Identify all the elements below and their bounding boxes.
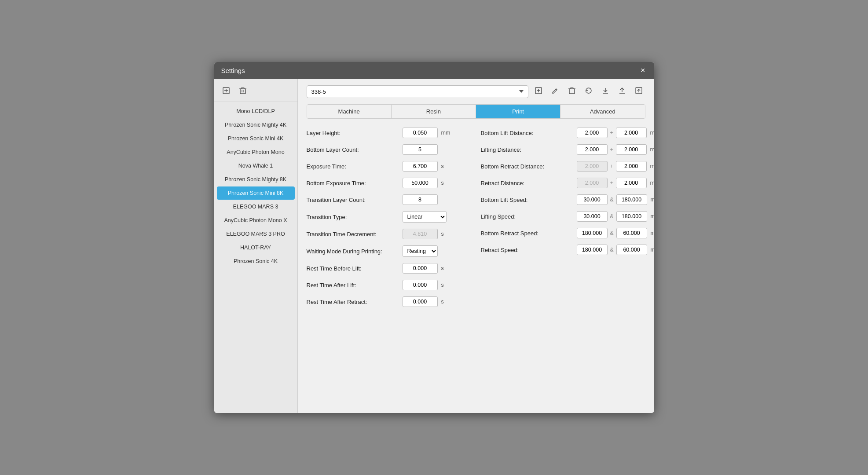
form-area: Layer Height:mmBottom Layer Count:Exposu… [307, 128, 645, 307]
dual-input-right-0: + [577, 128, 647, 138]
form-unit-left-3: s [441, 180, 463, 186]
sidebar-item-3[interactable]: AnyCubic Photon Mono [217, 146, 295, 159]
form-right-col: Bottom Lift Distance:+mmLifting Distance… [481, 128, 654, 307]
form-input2-right-6[interactable] [616, 228, 647, 238]
form-input2-right-3[interactable] [616, 178, 647, 188]
form-label-right-4: Bottom Lift Speed: [481, 197, 573, 203]
form-sep-right-1: + [609, 146, 614, 153]
form-label-right-6: Bottom Retract Speed: [481, 230, 573, 237]
form-row-left-4: Transition Layer Count: [307, 194, 463, 205]
form-sep-right-7: & [609, 247, 615, 253]
close-button[interactable]: × [639, 66, 647, 74]
form-row-left-9: Rest Time After Lift:s [307, 280, 463, 290]
form-row-left-8: Rest Time Before Lift:s [307, 263, 463, 274]
delete-top-button[interactable] [565, 85, 579, 98]
form-select-left-7[interactable]: RestingNone [403, 245, 438, 257]
add-profile-button[interactable] [221, 86, 231, 97]
sidebar-item-2[interactable]: Phrozen Sonic Mini 4K [217, 132, 295, 145]
form-sep-right-3: + [609, 180, 614, 186]
form-input2-right-4[interactable] [616, 194, 647, 205]
form-sep-right-2: + [609, 163, 614, 169]
tab-machine[interactable]: Machine [307, 105, 392, 118]
form-input1-right-6[interactable] [577, 228, 608, 238]
form-row-right-4: Bottom Lift Speed:&mm/min [481, 194, 654, 205]
form-input-left-10[interactable] [403, 296, 438, 307]
form-label-right-5: Lifting Speed: [481, 213, 573, 220]
form-row-right-0: Bottom Lift Distance:+mm [481, 128, 654, 138]
dual-input-right-3: + [577, 178, 647, 188]
form-unit-left-6: s [441, 231, 463, 237]
sidebar: Mono LCD/DLPPhrozen Sonic Mighty 4KPhroz… [214, 79, 298, 413]
form-row-left-0: Layer Height:mm [307, 128, 463, 138]
form-input-left-1[interactable] [403, 144, 438, 155]
profile-select[interactable]: 338-5 [307, 85, 528, 98]
form-input1-right-1[interactable] [577, 144, 608, 155]
form-label-left-10: Rest Time After Retract: [307, 299, 399, 305]
form-input1-right-3 [577, 178, 608, 188]
form-unit-right-2: mm [650, 163, 654, 169]
form-unit-right-3: mm [650, 180, 654, 186]
sidebar-item-9[interactable]: ELEGOO MARS 3 PRO [217, 227, 295, 241]
sidebar-item-11[interactable]: Phrozen Sonic 4K [217, 255, 295, 268]
tab-advanced[interactable]: Advanced [560, 105, 645, 118]
form-input1-right-5[interactable] [577, 211, 608, 222]
form-select-left-5[interactable]: LinearSigmoidExponential [403, 211, 447, 223]
export-button[interactable] [615, 85, 629, 98]
form-input-left-8[interactable] [403, 263, 438, 274]
form-input1-right-0[interactable] [577, 128, 608, 138]
form-label-left-7: Waiting Mode During Printing: [307, 248, 399, 255]
form-input1-right-2 [577, 161, 608, 172]
form-input-left-0[interactable] [403, 128, 438, 138]
form-row-right-1: Lifting Distance:+mm [481, 144, 654, 155]
dual-input-right-7: & [577, 245, 647, 255]
tab-bar: Machine Resin Print Advanced [307, 104, 645, 119]
form-input2-right-0[interactable] [616, 128, 647, 138]
form-input2-right-2[interactable] [616, 161, 647, 172]
form-label-left-8: Rest Time Before Lift: [307, 265, 399, 272]
title-bar: Settings × [214, 62, 654, 79]
dialog-title: Settings [221, 67, 245, 74]
sidebar-item-4[interactable]: Nova Whale 1 [217, 159, 295, 172]
sidebar-item-0[interactable]: Mono LCD/DLP [217, 105, 295, 118]
sidebar-item-5[interactable]: Phrozen Sonic Mighty 8K [217, 173, 295, 186]
form-input2-right-7[interactable] [616, 245, 647, 255]
import-button[interactable] [599, 85, 612, 98]
form-sep-right-6: & [609, 230, 615, 236]
tab-print[interactable]: Print [476, 105, 560, 118]
form-sep-right-4: & [609, 197, 615, 203]
form-input-left-4[interactable] [403, 194, 438, 205]
form-label-left-5: Transition Type: [307, 214, 399, 220]
new-profile-button[interactable] [532, 85, 545, 98]
form-input1-right-7[interactable] [577, 245, 608, 255]
sidebar-item-8[interactable]: AnyCubic Photon Mono X [217, 214, 295, 227]
form-row-right-6: Bottom Retract Speed:&mm/min [481, 228, 654, 238]
svg-rect-11 [569, 89, 575, 94]
sidebar-item-10[interactable]: HALOT-RAY [217, 241, 295, 254]
form-row-left-2: Exposure Time:s [307, 161, 463, 172]
form-unit-right-5: mm/min [651, 213, 654, 219]
dual-input-right-1: + [577, 144, 647, 155]
form-input-left-2[interactable] [403, 161, 438, 172]
delete-profile-button[interactable] [238, 86, 248, 97]
upload-button[interactable] [632, 85, 645, 98]
form-unit-left-10: s [441, 299, 463, 305]
form-label-left-3: Bottom Exposure Time: [307, 180, 399, 186]
tab-resin[interactable]: Resin [392, 105, 476, 118]
form-row-right-2: Bottom Retract Distance:+mm [481, 161, 654, 172]
sidebar-item-6[interactable]: Phrozen Sonic Mini 8K [217, 186, 295, 200]
form-label-right-7: Retract Speed: [481, 247, 573, 253]
form-label-right-1: Lifting Distance: [481, 146, 573, 153]
form-input1-right-4[interactable] [577, 194, 608, 205]
refresh-button[interactable] [582, 85, 595, 98]
sidebar-item-7[interactable]: ELEGOO MARS 3 [217, 200, 295, 213]
form-input-left-3[interactable] [403, 178, 438, 188]
sidebar-item-1[interactable]: Phrozen Sonic Mighty 4K [217, 118, 295, 132]
form-input2-right-1[interactable] [616, 144, 647, 155]
form-label-left-0: Layer Height: [307, 130, 399, 136]
form-input2-right-5[interactable] [616, 211, 647, 222]
form-input-left-9[interactable] [403, 280, 438, 290]
form-unit-left-8: s [441, 265, 463, 271]
settings-dialog: Settings × [214, 62, 654, 413]
edit-profile-button[interactable] [549, 85, 562, 98]
form-label-left-2: Exposure Time: [307, 163, 399, 170]
